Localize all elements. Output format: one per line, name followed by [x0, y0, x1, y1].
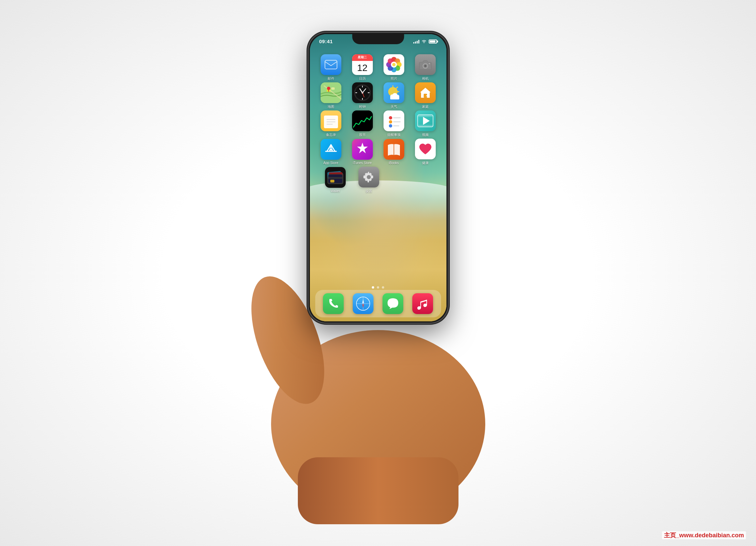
status-time: 09:41 [319, 38, 333, 44]
app-notes[interactable]: 备忘录 [318, 110, 344, 137]
app-settings[interactable]: 设置 [355, 167, 382, 193]
svg-rect-62 [418, 115, 433, 117]
app-reminders-label: 提醒事项 [387, 133, 401, 137]
app-row-4: App Store iTunes Store [315, 139, 441, 165]
app-calendar[interactable]: 星期二 12 日历 [349, 54, 376, 81]
app-itunes-label: iTunes Store [353, 161, 371, 165]
status-icons [413, 40, 437, 44]
app-videos[interactable]: 视频 [412, 110, 439, 137]
calendar-header: 星期二 [352, 54, 373, 61]
svg-rect-6 [298, 457, 458, 524]
page-dot-1[interactable] [372, 286, 374, 289]
hand-container: 09:41 [228, 22, 529, 524]
wifi-icon [421, 40, 427, 44]
app-clock[interactable]: 时钟 [349, 82, 376, 109]
svg-point-22 [429, 63, 430, 64]
app-settings-label: 设置 [365, 189, 372, 193]
app-home-label: 家庭 [422, 104, 429, 109]
svg-point-73 [367, 175, 371, 179]
calendar-date: 12 [357, 63, 367, 73]
app-mail-label: 邮件 [328, 76, 334, 81]
app-maps[interactable]: 地图 [318, 82, 344, 109]
app-weather-label: 天气 [391, 104, 397, 109]
dock-safari[interactable] [351, 293, 375, 314]
svg-point-56 [389, 124, 392, 128]
battery-icon [429, 40, 437, 44]
app-camera-label: 相机 [422, 76, 429, 81]
app-health-label: 健康 [422, 161, 429, 165]
svg-rect-46 [390, 96, 399, 99]
svg-point-18 [392, 63, 396, 66]
app-maps-label: 地图 [328, 104, 334, 109]
dock [315, 290, 441, 317]
app-row-3: 备忘录 股市 [315, 110, 441, 137]
app-grid: 邮件 星期二 12 日历 [310, 52, 446, 288]
app-row-5: Wallet 设置 [315, 167, 441, 193]
app-camera[interactable]: 相机 [412, 54, 439, 81]
dock-messages[interactable] [381, 293, 405, 314]
app-notes-label: 备忘录 [326, 133, 336, 137]
app-stocks-label: 股市 [359, 133, 366, 137]
app-appstore-label: App Store [323, 161, 338, 165]
svg-rect-7 [325, 60, 337, 69]
app-clock-label: 时钟 [359, 104, 366, 109]
app-videos-label: 视频 [422, 133, 429, 137]
page-dot-2[interactable] [377, 286, 379, 289]
app-wallet-label: Wallet [331, 189, 340, 193]
iphone-frame: 09:41 [308, 32, 448, 323]
svg-rect-71 [330, 180, 334, 182]
app-reminders[interactable]: 提醒事项 [381, 110, 407, 137]
app-calendar-label: 日历 [359, 76, 366, 81]
watermark-text: 主页_www.dedebaibian.com [662, 531, 746, 539]
app-appstore[interactable]: App Store [318, 139, 344, 165]
svg-point-37 [362, 92, 363, 93]
watermark: 主页_www.dedebaibian.com [662, 531, 746, 539]
page-dots [310, 286, 446, 289]
svg-marker-61 [423, 117, 430, 125]
svg-point-21 [425, 65, 426, 67]
svg-point-55 [389, 120, 392, 124]
iphone-screen: 09:41 [310, 34, 446, 321]
app-health[interactable]: 健康 [412, 139, 439, 165]
app-ibooks-label: iBooks [389, 161, 399, 165]
app-stocks[interactable]: 股市 [349, 110, 376, 137]
page-dot-3[interactable] [382, 286, 384, 289]
app-row-1: 邮件 星期二 12 日历 [315, 54, 441, 81]
dock-phone[interactable] [322, 293, 345, 314]
app-photos-label: 照片 [391, 76, 397, 81]
dock-music[interactable] [411, 293, 434, 314]
app-itunes[interactable]: iTunes Store [349, 139, 376, 165]
app-mail[interactable]: 邮件 [318, 54, 344, 81]
svg-line-40 [396, 87, 398, 88]
app-wallet[interactable]: Wallet [322, 167, 349, 193]
svg-point-48 [426, 95, 427, 96]
svg-rect-63 [418, 125, 433, 127]
notch [352, 34, 404, 44]
signal-icon [413, 40, 419, 44]
app-photos[interactable]: 照片 [381, 54, 407, 81]
svg-rect-70 [328, 177, 342, 179]
app-home[interactable]: 家庭 [412, 82, 439, 109]
app-ibooks[interactable]: iBooks [381, 139, 407, 165]
svg-point-54 [389, 116, 392, 120]
app-weather[interactable]: 天气 [381, 82, 407, 109]
app-row-2: 地图 [315, 82, 441, 109]
svg-rect-25 [331, 87, 335, 90]
